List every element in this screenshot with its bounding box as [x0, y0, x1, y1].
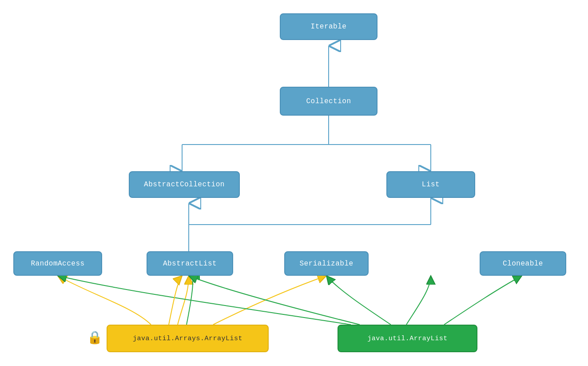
node-cloneable: Cloneable [480, 251, 566, 276]
node-list: List [386, 171, 475, 198]
diagram-container: Iterable Collection AbstractCollection L… [0, 0, 588, 366]
node-abstract-collection: AbstractCollection [129, 171, 240, 198]
lock-icon: 🔒 [87, 330, 103, 345]
connections-svg [0, 0, 588, 366]
node-random-access: RandomAccess [13, 251, 102, 276]
node-arrays-arraylist: java.util.Arrays.ArrayList [107, 325, 269, 352]
node-serializable: Serializable [284, 251, 369, 276]
node-abstract-list: AbstractList [147, 251, 233, 276]
node-iterable: Iterable [280, 13, 377, 40]
node-arraylist: java.util.ArrayList [338, 325, 477, 352]
node-collection: Collection [280, 87, 377, 116]
